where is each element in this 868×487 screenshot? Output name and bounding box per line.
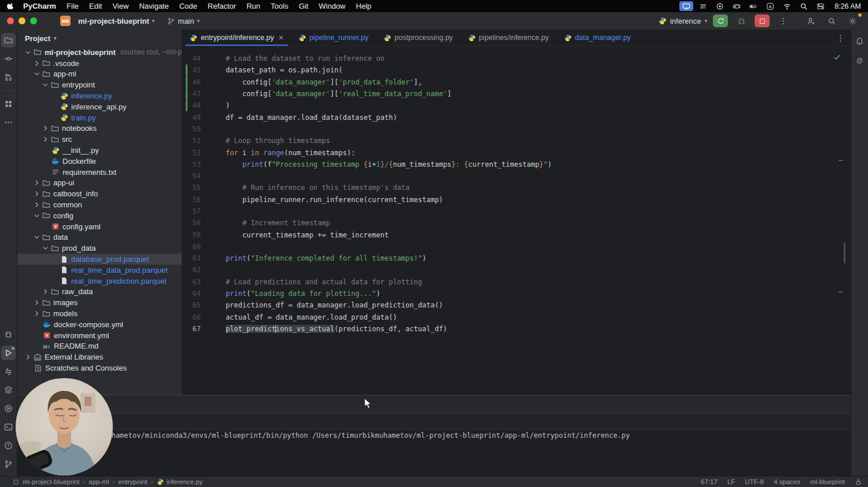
tab-entrypoint/inference.py[interactable]: entrypoint/inference.py ×: [182, 30, 291, 46]
tree-item-inference.py[interactable]: inference.py: [17, 90, 182, 101]
tab-options-kebab-icon[interactable]: [836, 33, 845, 43]
pull-requests-tool-button[interactable]: [1, 70, 16, 85]
breadcrumb-entrypoint[interactable]: entrypoint: [117, 478, 149, 485]
apple-menu-icon[interactable]: [7, 2, 14, 10]
run-configuration-selector[interactable]: inference▾: [659, 17, 707, 25]
game-controller-icon[interactable]: [730, 1, 744, 11]
code-line-66[interactable]: 66 actual_df = data_manager.load_prod_da…: [182, 312, 851, 323]
tree-item-images[interactable]: images: [17, 297, 182, 308]
chevron-right-icon[interactable]: [41, 287, 50, 296]
commit-tool-button[interactable]: [1, 52, 16, 66]
record-icon[interactable]: [713, 1, 727, 11]
ai-assistant-tool-button[interactable]: [852, 53, 867, 68]
menu-pycharm[interactable]: PyCharm: [18, 2, 61, 10]
tab-pipeline_runner.py[interactable]: pipeline_runner.py: [291, 30, 376, 46]
tree-item-prod_data[interactable]: prod_data: [17, 243, 182, 254]
status-4-spaces[interactable]: 4 spaces: [774, 478, 800, 485]
code-line-44[interactable]: 44 # Load the dataset to run inference o…: [182, 53, 851, 64]
menu-view[interactable]: View: [107, 2, 134, 10]
tab-pipelines/inference.py[interactable]: pipelines/inference.py: [461, 30, 557, 46]
tree-item-environment.yml[interactable]: environment.yml: [17, 330, 182, 341]
chevron-right-icon[interactable]: [32, 298, 41, 307]
code-line-64[interactable]: 64 print("Loading data for plotting..."): [182, 288, 851, 299]
code-line-46[interactable]: 46 config['data_manager']['prod_data_fol…: [182, 76, 851, 88]
status-UTF-8[interactable]: UTF-8: [745, 478, 764, 485]
tree-item-train.py[interactable]: train.py: [17, 112, 182, 123]
editor-scrollbar[interactable]: [844, 243, 845, 263]
run-tool-button[interactable]: [1, 346, 16, 360]
code-line-51[interactable]: 51 # Loop through timestamps: [182, 135, 851, 147]
tree-item-ml-project-blueprint[interactable]: ml-project-blueprintsources root, ~/ml-p…: [17, 47, 182, 58]
menu-help[interactable]: Help: [351, 2, 377, 10]
search-everywhere-button[interactable]: [824, 14, 839, 27]
code-line-56[interactable]: 56 pipeline_runner.run_inference(current…: [182, 194, 851, 206]
run-anything-tool-button[interactable]: [1, 401, 16, 416]
menu-refactor[interactable]: Refactor: [203, 2, 241, 10]
tree-item-External Libraries[interactable]: External Libraries: [17, 351, 182, 362]
tree-item-common[interactable]: common: [17, 199, 182, 210]
close-window-button[interactable]: [7, 17, 14, 24]
settings-button[interactable]: [845, 14, 860, 27]
notifications-tool-button[interactable]: [852, 34, 867, 48]
spotlight-icon[interactable]: [797, 1, 811, 11]
chevron-right-icon[interactable]: [41, 124, 50, 133]
project-selector[interactable]: ml-project-blueprint▾: [75, 17, 158, 25]
tree-item-src[interactable]: src: [17, 134, 182, 145]
chevron-down-icon[interactable]: [23, 48, 32, 57]
tree-item-README.md[interactable]: README.md: [17, 341, 182, 352]
tree-item-models[interactable]: models: [17, 308, 182, 319]
tree-item-entrypoint[interactable]: entrypoint: [17, 79, 182, 90]
chevron-right-icon[interactable]: [32, 200, 41, 209]
code-line-61[interactable]: 61 print("Inference completed for all ti…: [182, 252, 851, 264]
error-stripe-mark[interactable]: [838, 160, 843, 161]
tree-item-app-ui[interactable]: app-ui: [17, 178, 182, 189]
chevron-right-icon[interactable]: [23, 353, 32, 361]
breadcrumb-app-ml[interactable]: app-ml: [87, 478, 110, 485]
chevron-down-icon[interactable]: [41, 80, 50, 89]
run-panel-header[interactable]: [17, 396, 851, 413]
branch-selector[interactable]: main▾: [164, 17, 203, 25]
python-packages-tool-button[interactable]: [1, 364, 16, 379]
tree-item-config[interactable]: config: [17, 210, 182, 221]
code-line-45[interactable]: 45 dataset_path = os.path.join(: [182, 64, 851, 76]
project-tool-button[interactable]: [1, 33, 16, 47]
status-LF[interactable]: LF: [727, 478, 735, 485]
close-icon[interactable]: ×: [278, 33, 283, 42]
project-panel-header[interactable]: Project▾: [17, 30, 182, 47]
breadcrumb-ml-project-blueprint[interactable]: ml-project-blueprint: [21, 478, 80, 485]
tree-item-raw_data[interactable]: raw_data: [17, 287, 182, 298]
code-line-49[interactable]: 49 df = data_manager.load_data(dataset_p…: [182, 111, 851, 123]
tree-item-app-ml[interactable]: app-ml: [17, 69, 182, 80]
tree-item-__init__.py[interactable]: __init__.py: [17, 145, 182, 156]
breadcrumb-inference.py[interactable]: inference.py: [156, 478, 204, 485]
code-line-58[interactable]: 58 # Increment timestamp: [182, 217, 851, 229]
code-line-53[interactable]: 53 print(f"Processing timestamp {i+1}/{n…: [182, 159, 851, 170]
code-line-60[interactable]: 60: [182, 241, 851, 252]
chevron-down-icon[interactable]: [32, 233, 41, 241]
code-line-50[interactable]: 50: [182, 123, 851, 135]
tree-item-config.yaml[interactable]: config.yaml: [17, 221, 182, 232]
battery-charging-icon[interactable]: [746, 1, 760, 11]
wifi-icon[interactable]: [780, 1, 794, 11]
chevron-right-icon[interactable]: [32, 59, 41, 68]
maximize-window-button[interactable]: [30, 17, 37, 24]
tree-item-catboost_info[interactable]: catboost_info: [17, 188, 182, 199]
tree-item-real_time_data_prod.parquet[interactable]: real_time_data_prod.parquet: [17, 265, 182, 276]
code-editor[interactable]: 44 # Load the dataset to run inference o…: [182, 46, 851, 395]
chevron-right-icon[interactable]: [32, 309, 41, 318]
code-line-62[interactable]: 62: [182, 264, 851, 276]
debug-tool-button[interactable]: [1, 327, 16, 342]
menu-navigate[interactable]: Navigate: [134, 2, 174, 10]
tree-item-database_prod.parquet[interactable]: database_prod.parquet: [17, 254, 182, 265]
control-center-icon[interactable]: [814, 1, 827, 11]
version-control-tool-button[interactable]: [1, 457, 16, 471]
tree-item-real_time_prediction.parquet[interactable]: real_time_prediction.parquet: [17, 276, 182, 287]
code-line-55[interactable]: 55 # Run inference on this timestamp's d…: [182, 182, 851, 193]
code-line-67[interactable]: 67 plot_predictions_vs_actual(prediction…: [182, 323, 851, 335]
input-source-a-icon[interactable]: [763, 1, 777, 11]
code-line-59[interactable]: 59 current_timestamp += time_increment: [182, 229, 851, 240]
menu-code[interactable]: Code: [174, 2, 203, 10]
run-panel-toolbar[interactable]: [17, 413, 851, 430]
lock-open-icon[interactable]: [855, 478, 862, 486]
structure-tool-button[interactable]: [1, 97, 16, 111]
